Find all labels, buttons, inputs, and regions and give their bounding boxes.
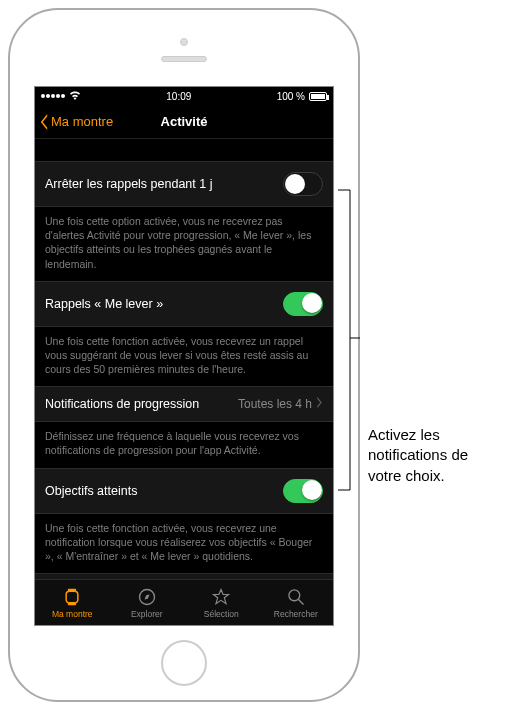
- front-camera: [180, 38, 188, 46]
- star-icon: [211, 587, 231, 607]
- tab-label: Explorer: [131, 609, 163, 619]
- nav-bar: Ma montre Activité: [35, 105, 333, 139]
- row-progress-notifications[interactable]: Notifications de progression Toutes les …: [35, 386, 333, 422]
- tab-featured[interactable]: Sélection: [184, 580, 259, 625]
- row-goal-completions[interactable]: Objectifs atteints: [35, 468, 333, 514]
- page-title: Activité: [161, 114, 208, 129]
- row-label: Notifications de progression: [45, 397, 199, 411]
- home-button[interactable]: [161, 640, 207, 686]
- tab-label: Ma montre: [52, 609, 93, 619]
- tab-bar: Ma montre Explorer Sélection Rechercher: [35, 579, 333, 625]
- chevron-left-icon: [39, 114, 49, 130]
- tab-explore[interactable]: Explorer: [110, 580, 185, 625]
- tab-label: Sélection: [204, 609, 239, 619]
- tab-my-watch[interactable]: Ma montre: [35, 580, 110, 625]
- status-time: 10:09: [166, 91, 191, 102]
- speaker-grille: [161, 56, 207, 62]
- battery-percentage: 100 %: [277, 91, 305, 102]
- toggle-stand-reminders[interactable]: [283, 292, 323, 316]
- back-label: Ma montre: [51, 114, 113, 129]
- row-label: Rappels « Me lever »: [45, 297, 163, 311]
- row-mute-reminders[interactable]: Arrêter les rappels pendant 1 j: [35, 161, 333, 207]
- iphone-frame: 10:09 100 % Ma montre Activité Arrêter l…: [8, 8, 360, 702]
- signal-dots-icon: [41, 94, 65, 98]
- battery-icon: [309, 92, 327, 101]
- svg-point-4: [289, 589, 300, 600]
- row-value: Toutes les 4 h: [238, 397, 323, 411]
- settings-list[interactable]: Arrêter les rappels pendant 1 j Une fois…: [35, 139, 333, 579]
- toggle-mute-reminders[interactable]: [283, 172, 323, 196]
- row-label: Arrêter les rappels pendant 1 j: [45, 177, 212, 191]
- toggle-goal-completions[interactable]: [283, 479, 323, 503]
- tab-search[interactable]: Rechercher: [259, 580, 334, 625]
- search-icon: [286, 587, 306, 607]
- tab-label: Rechercher: [274, 609, 318, 619]
- watch-icon: [62, 587, 82, 607]
- svg-line-5: [298, 599, 303, 604]
- row-description: Une fois cette fonction activée, vous re…: [35, 514, 333, 574]
- screen: 10:09 100 % Ma montre Activité Arrêter l…: [34, 86, 334, 626]
- back-button[interactable]: Ma montre: [39, 114, 113, 130]
- row-description: Une fois cette fonction activée, vous re…: [35, 327, 333, 387]
- row-description: Une fois cette option activée, vous ne r…: [35, 207, 333, 281]
- row-description: Définissez une fréquence à laquelle vous…: [35, 422, 333, 467]
- wifi-icon: [69, 90, 81, 102]
- chevron-right-icon: [316, 397, 323, 411]
- status-bar: 10:09 100 %: [35, 87, 333, 105]
- svg-rect-2: [66, 591, 78, 603]
- compass-icon: [137, 587, 157, 607]
- row-stand-reminders[interactable]: Rappels « Me lever »: [35, 281, 333, 327]
- callout-text: Activez les notifications de votre choix…: [368, 425, 502, 486]
- row-label: Objectifs atteints: [45, 484, 137, 498]
